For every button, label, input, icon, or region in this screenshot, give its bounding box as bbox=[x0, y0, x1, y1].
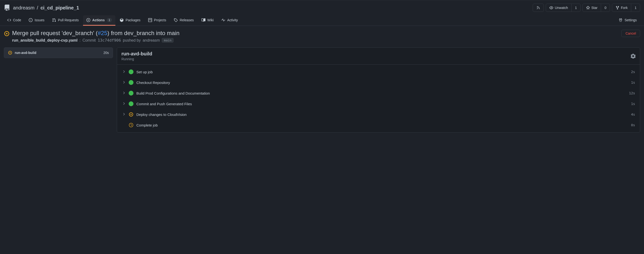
book-icon bbox=[202, 18, 206, 22]
svg-point-1 bbox=[6, 33, 8, 34]
issue-icon bbox=[29, 18, 32, 22]
repo-icon bbox=[4, 5, 10, 11]
tab-wiki[interactable]: Wiki bbox=[198, 15, 217, 26]
step-row[interactable]: Build Prod Configurations and Documentat… bbox=[117, 88, 640, 98]
job-card-duration: 20s bbox=[103, 51, 109, 55]
breadcrumb-repo[interactable]: ci_cd_pipeline_1 bbox=[40, 5, 79, 11]
check-circle-icon bbox=[129, 91, 134, 95]
cancel-button[interactable]: Cancel bbox=[621, 30, 640, 37]
job-panel-title: run-avd-build bbox=[122, 51, 152, 57]
job-panel-status: Running bbox=[122, 57, 152, 61]
rss-icon bbox=[536, 6, 540, 10]
svg-point-5 bbox=[130, 114, 132, 115]
step-row[interactable]: Checkout Repository1s bbox=[117, 77, 640, 88]
tab-issues[interactable]: Issues bbox=[25, 15, 48, 26]
running-circle-icon bbox=[129, 112, 134, 117]
fork-button[interactable]: Fork bbox=[612, 4, 631, 12]
step-duration: 1s bbox=[631, 81, 635, 84]
code-icon bbox=[7, 18, 11, 22]
tab-projects[interactable]: Projects bbox=[145, 15, 170, 26]
step-row[interactable]: Deploy changes to CloudVision4s bbox=[117, 109, 640, 120]
workflow-file: run_ansible_build_deploy-cvp.yaml bbox=[12, 38, 78, 43]
step-name: Set up job bbox=[136, 70, 153, 74]
tag-icon bbox=[174, 18, 178, 22]
tools-icon bbox=[619, 18, 622, 22]
check-circle-icon bbox=[129, 101, 134, 106]
git-pull-request-icon bbox=[52, 18, 56, 22]
tab-packages[interactable]: Packages bbox=[116, 15, 144, 26]
gear-icon[interactable] bbox=[631, 54, 636, 59]
step-row[interactable]: Commit and Push Generated Files1s bbox=[117, 98, 640, 109]
tab-activity[interactable]: Activity bbox=[218, 15, 241, 26]
check-circle-icon bbox=[129, 80, 134, 85]
eye-icon bbox=[550, 6, 553, 10]
step-duration: 1s bbox=[631, 102, 635, 106]
unwatch-button[interactable]: Unwatch bbox=[546, 4, 571, 12]
breadcrumb: andreasm / ci_cd_pipeline_1 bbox=[13, 5, 79, 11]
step-name: Checkout Repository bbox=[136, 81, 170, 85]
tab-releases[interactable]: Releases bbox=[170, 15, 197, 26]
author-link[interactable]: andreasm bbox=[143, 38, 160, 43]
step-name: Commit and Push Generated Files bbox=[136, 102, 192, 106]
watchers-count[interactable]: 1 bbox=[571, 4, 580, 12]
chevron-right-icon bbox=[122, 70, 126, 74]
step-row: Complete job0s bbox=[117, 120, 640, 131]
check-circle-icon bbox=[129, 69, 134, 74]
run-status-running-icon bbox=[4, 31, 10, 37]
tab-pull-requests[interactable]: Pull Requests bbox=[49, 15, 82, 26]
star-icon bbox=[586, 6, 590, 10]
rss-button[interactable] bbox=[533, 4, 544, 12]
pr-link[interactable]: #25 bbox=[98, 30, 108, 36]
job-card-name: run-avd-build bbox=[15, 51, 36, 55]
stars-count[interactable]: 0 bbox=[601, 4, 610, 12]
package-icon bbox=[120, 18, 124, 22]
commit-sha[interactable]: 13c74df906 bbox=[98, 38, 121, 43]
step-name: Complete job bbox=[136, 123, 158, 127]
tab-code[interactable]: Code bbox=[4, 15, 24, 26]
branch-badge[interactable]: main bbox=[162, 38, 174, 43]
forks-count[interactable]: 1 bbox=[631, 4, 640, 12]
step-row[interactable]: Set up job2s bbox=[117, 67, 640, 77]
step-duration: 0s bbox=[631, 123, 635, 127]
project-icon bbox=[148, 18, 152, 22]
chevron-right-icon bbox=[122, 112, 126, 116]
page-title: Merge pull request 'dev_branch' (#25) fr… bbox=[12, 30, 180, 37]
star-button[interactable]: Star bbox=[583, 4, 601, 12]
breadcrumb-owner[interactable]: andreasm bbox=[13, 5, 34, 11]
chevron-right-icon bbox=[122, 91, 126, 95]
job-status-running-icon bbox=[8, 51, 12, 55]
step-name: Deploy changes to CloudVision bbox=[136, 112, 186, 116]
chevron-right-icon bbox=[122, 102, 126, 105]
svg-point-3 bbox=[10, 52, 11, 53]
play-icon bbox=[86, 18, 90, 22]
step-duration: 4s bbox=[631, 112, 635, 116]
job-card[interactable]: run-avd-build 20s bbox=[4, 47, 113, 58]
tab-actions[interactable]: Actions 1 bbox=[83, 15, 116, 26]
tab-settings[interactable]: Settings bbox=[615, 15, 640, 26]
step-name: Build Prod Configurations and Documentat… bbox=[136, 91, 210, 95]
step-duration: 2s bbox=[631, 70, 635, 74]
run-subtitle: run_ansible_build_deploy-cvp.yaml: Commi… bbox=[12, 38, 180, 43]
pulse-icon bbox=[221, 18, 225, 22]
clock-icon bbox=[129, 123, 134, 128]
chevron-right-icon bbox=[122, 80, 126, 84]
actions-count-badge: 1 bbox=[107, 18, 112, 22]
step-duration: 12s bbox=[629, 91, 635, 95]
fork-icon bbox=[616, 6, 620, 10]
